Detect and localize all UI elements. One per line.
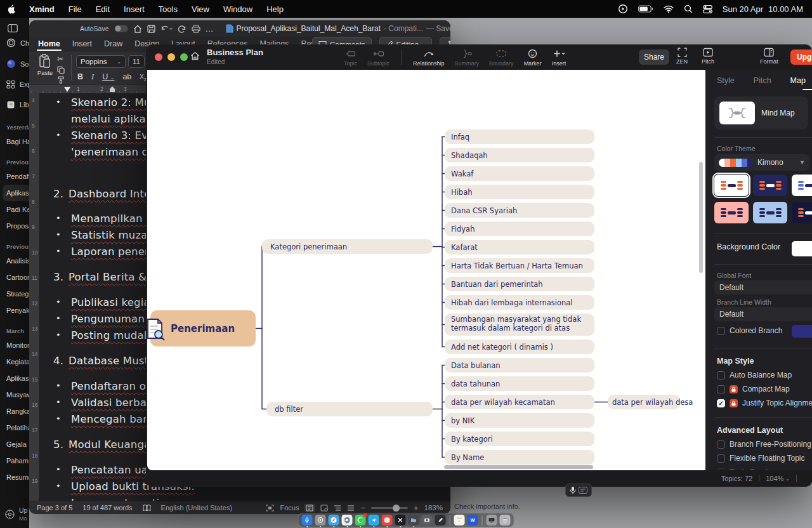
format-painter-icon[interactable] — [57, 76, 65, 84]
dock-safari-icon[interactable] — [329, 515, 339, 525]
upgrade-button[interactable]: Upgrade — [790, 50, 812, 65]
spotlight-search-icon[interactable] — [684, 4, 693, 13]
autosave-toggle[interactable] — [114, 25, 128, 32]
sidebar-item[interactable]: Cartoon — [0, 269, 29, 286]
dock-goodnotes-icon[interactable] — [435, 515, 446, 525]
mindmap-topic[interactable]: data tahunan — [445, 376, 594, 391]
print-icon[interactable] — [192, 25, 200, 33]
branch-line-width-select[interactable]: Default — [714, 307, 812, 321]
relationship-button[interactable]: Relationship — [413, 47, 445, 67]
mindmap-canvas[interactable]: InfaqShadaqahWakafHibahDana CSR SyariahF… — [147, 70, 705, 470]
apple-menu-icon[interactable] — [0, 0, 22, 18]
theme-thumbnail[interactable] — [753, 202, 787, 223]
menu-tools[interactable]: Tools — [152, 0, 185, 18]
panel-tab-pitch[interactable]: Pitch — [754, 76, 771, 85]
minimize-button[interactable] — [167, 53, 175, 61]
menu-file[interactable]: File — [62, 0, 89, 18]
checkbox[interactable] — [717, 371, 725, 380]
home-icon[interactable] — [133, 25, 142, 33]
dock-notes-icon[interactable] — [454, 515, 465, 525]
redo-icon[interactable] — [178, 25, 187, 33]
font-family-select[interactable]: Poppins⌄ — [76, 55, 126, 68]
panel-tab-map[interactable]: Map — [790, 76, 806, 85]
sidebar-item[interactable]: Gejala — [0, 436, 29, 452]
checkbox[interactable] — [717, 440, 725, 449]
sidebar-nav-exp[interactable]: Exp — [0, 74, 29, 95]
mindmap-topic[interactable]: Infaq — [445, 129, 594, 144]
undo-icon[interactable] — [160, 25, 173, 33]
dock-telegram-icon[interactable] — [369, 515, 379, 525]
menu-view[interactable]: View — [185, 0, 216, 18]
horizontal-scrollbar[interactable] — [444, 465, 593, 469]
color-theme-select[interactable]: Kimono ▼ — [714, 154, 809, 171]
mindmap-topic[interactable]: Sumbangan masyarakat yang tidak termasuk… — [445, 314, 594, 336]
checkbox[interactable] — [717, 385, 725, 393]
option-justify-topic-alignment[interactable]: ✓Justify Topic Alignment — [717, 399, 812, 407]
mindmap-central-topic[interactable]: Penerimaan — [150, 310, 256, 346]
option-flexible-floating-topic[interactable]: Flexible Floating Topic — [717, 454, 805, 463]
zoom-in-button[interactable]: + — [414, 503, 419, 513]
strikethrough-button[interactable]: ab — [122, 72, 131, 81]
proofing-icon[interactable] — [143, 504, 151, 512]
global-font-select[interactable]: Default — [714, 280, 812, 294]
option-branch-free-positioning[interactable]: Branch Free-Positioning — [717, 440, 811, 449]
format-button[interactable]: Format — [760, 48, 778, 65]
sidebar-item[interactable]: Resume — [0, 469, 29, 485]
colored-branch-checkbox[interactable] — [717, 327, 725, 335]
insert-button[interactable]: Insert — [552, 47, 566, 67]
tab-draw[interactable]: Draw — [104, 39, 122, 48]
view-print-layout-icon[interactable] — [304, 504, 315, 512]
zen-button[interactable]: ZEN — [676, 48, 688, 65]
sidebar-item[interactable]: Proposa — [0, 218, 29, 234]
tab-home[interactable]: Home — [38, 39, 60, 48]
mindmap-topic[interactable]: Bantuan dari pemerintah — [445, 277, 594, 291]
sidebar-item[interactable]: Padi Ken — [0, 201, 29, 218]
share-button[interactable]: Share — [639, 50, 669, 65]
sidebar-item[interactable]: Pendafta — [0, 168, 29, 185]
dock-chrome-icon[interactable] — [342, 515, 353, 525]
dock-finder-icon[interactable] — [302, 515, 313, 525]
more-toolbar-icon[interactable]: … — [206, 24, 214, 34]
dock-settings-icon[interactable] — [315, 515, 326, 525]
theme-thumbnail[interactable] — [792, 175, 812, 196]
cut-icon[interactable]: ✂ — [57, 55, 65, 63]
screen-record-icon[interactable] — [618, 4, 628, 14]
mindmap-topic[interactable]: Kafarat — [445, 240, 594, 254]
dock-pinwheel-icon[interactable] — [382, 515, 393, 525]
option-auto-balance-map[interactable]: Auto Balance Map — [717, 371, 792, 380]
mindmap-topic[interactable]: Wakaf — [445, 166, 594, 181]
option-compact-map[interactable]: Compact Map — [717, 385, 790, 393]
sidebar-item[interactable]: Bagi Has — [0, 133, 29, 150]
control-center-icon[interactable] — [703, 5, 712, 13]
mindmap-topic[interactable]: by NIK — [445, 413, 594, 428]
dock-camera-icon[interactable] — [422, 515, 433, 525]
mindmap-topic[interactable]: By Name — [445, 450, 594, 465]
indent-marker[interactable] — [64, 87, 70, 92]
sidebar-nav-lib[interactable]: Lib — [0, 95, 29, 115]
focus-label[interactable]: Focus — [280, 504, 299, 512]
sidebar-item[interactable]: Strategi — [0, 286, 29, 302]
zoom-percent[interactable]: 183% — [424, 504, 443, 512]
sidebar-upgrade[interactable]: UpMo — [5, 506, 27, 522]
dock-trash-icon[interactable] — [500, 515, 511, 525]
italic-button[interactable]: I — [91, 72, 94, 82]
paste-button[interactable]: Paste — [36, 54, 55, 76]
background-color-swatch[interactable] — [792, 241, 812, 256]
menubar-app-name[interactable]: Xmind — [22, 0, 62, 18]
sidebar-nav-cha[interactable]: Cha — [0, 32, 29, 53]
dock-folder-icon[interactable] — [409, 515, 419, 525]
mindmap-topic[interactable]: By kategori — [445, 432, 594, 446]
sidebar-item[interactable]: Rangkai — [0, 403, 29, 419]
page-indicator[interactable]: Page 3 of 5 — [37, 504, 72, 512]
mindmap-topic[interactable]: Add net kategori ( dinamis ) — [445, 340, 594, 354]
view-web-icon[interactable] — [320, 505, 328, 512]
zoom-out-button[interactable]: − — [360, 503, 365, 513]
font-size-select[interactable]: 11 — [128, 55, 145, 68]
menu-window[interactable]: Window — [216, 0, 259, 18]
mindmap-topic[interactable]: Harta Tidak Bertuan / Harta Temuan — [445, 258, 594, 273]
mindmap-topic[interactable]: Hibah — [445, 185, 594, 199]
focus-icon[interactable] — [266, 505, 274, 512]
view-outline-icon[interactable] — [334, 505, 341, 512]
pitch-button[interactable]: Pitch — [702, 48, 714, 65]
sidebar-item[interactable]: Monitori — [0, 337, 29, 353]
